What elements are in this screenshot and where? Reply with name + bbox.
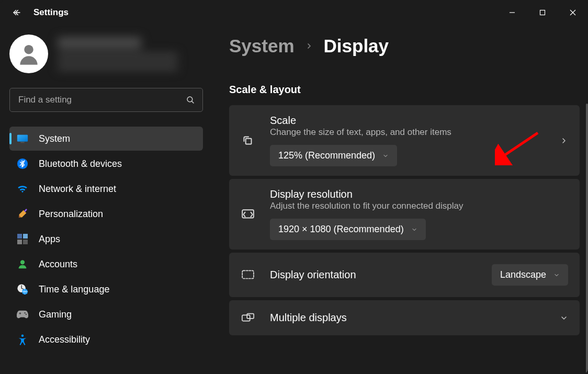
section-title: Scale & layout <box>229 84 580 96</box>
sidebar-item-time-language[interactable]: Time & language <box>9 277 203 301</box>
search-icon <box>186 95 195 105</box>
sidebar-item-label: Network & internet <box>39 184 116 195</box>
chevron-down-icon <box>382 153 389 159</box>
chevron-right-icon <box>305 42 313 50</box>
sidebar-item-label: Accessibility <box>39 334 90 345</box>
breadcrumb-parent[interactable]: System <box>229 36 295 56</box>
scale-value: 125% (Recommended) <box>278 150 375 161</box>
body: System Bluetooth & devices Network & int… <box>0 25 588 374</box>
search-input[interactable] <box>9 88 203 112</box>
sidebar-item-gaming[interactable]: Gaming <box>9 302 203 326</box>
close-button[interactable] <box>558 0 588 25</box>
svg-rect-15 <box>23 234 28 239</box>
breadcrumb: System Display <box>229 36 580 56</box>
sidebar-item-system[interactable]: System <box>9 127 203 151</box>
multiple-displays-body: Multiple displays <box>270 312 545 324</box>
resolution-card-body: Display resolution Adjust the resolution… <box>270 188 568 240</box>
window: Settings <box>0 0 588 374</box>
scale-card[interactable]: Scale Change the size of text, apps, and… <box>229 105 580 176</box>
chevron-down-icon <box>411 226 417 233</box>
svg-rect-11 <box>20 142 24 143</box>
sidebar-item-accessibility[interactable]: Accessibility <box>9 327 203 352</box>
bluetooth-icon <box>17 158 28 169</box>
scale-title: Scale <box>270 115 545 127</box>
svg-rect-16 <box>17 240 22 244</box>
svg-line-8 <box>192 101 194 103</box>
svg-rect-28 <box>247 313 254 318</box>
sidebar-item-personalization[interactable]: Personalization <box>9 202 203 226</box>
svg-point-21 <box>24 312 25 313</box>
svg-rect-17 <box>23 240 28 244</box>
window-controls <box>497 0 588 25</box>
maximize-button[interactable] <box>527 0 558 25</box>
accessibility-icon <box>17 334 28 345</box>
svg-rect-27 <box>242 315 250 321</box>
resolution-dropdown[interactable]: 1920 × 1080 (Recommended) <box>270 219 426 240</box>
orientation-title: Display orientation <box>270 269 356 281</box>
main-content: System Display Scale & layout Scale Chan… <box>212 25 588 374</box>
minimize-button[interactable] <box>497 0 527 25</box>
orientation-body: Display orientation <box>270 269 477 281</box>
apps-icon <box>17 233 28 245</box>
svg-rect-14 <box>17 234 22 239</box>
sidebar-item-apps[interactable]: Apps <box>9 227 203 251</box>
orientation-card[interactable]: Display orientation Landscape <box>229 253 580 297</box>
scrollbar[interactable] <box>586 104 588 374</box>
titlebar: Settings <box>0 0 588 25</box>
paintbrush-icon <box>17 208 28 220</box>
orientation-dropdown[interactable]: Landscape <box>492 264 568 286</box>
clock-globe-icon <box>17 284 28 295</box>
sidebar-item-label: Apps <box>39 234 60 245</box>
resolution-value: 1920 × 1080 (Recommended) <box>278 224 404 235</box>
resolution-icon <box>241 209 255 220</box>
svg-point-23 <box>21 334 24 337</box>
scale-desc: Change the size of text, apps, and other… <box>270 127 545 138</box>
svg-point-22 <box>26 314 27 315</box>
resolution-title: Display resolution <box>270 188 568 200</box>
sidebar-item-label: Time & language <box>39 284 109 295</box>
resolution-desc: Adjust the resolution to fit your connec… <box>270 201 568 211</box>
sidebar-item-label: Bluetooth & devices <box>39 158 122 169</box>
svg-point-6 <box>24 45 33 54</box>
sidebar-item-label: Gaming <box>39 309 72 320</box>
svg-point-18 <box>20 260 25 264</box>
sidebar-item-network[interactable]: Network & internet <box>9 177 203 201</box>
sidebar-item-label: Personalization <box>39 209 103 220</box>
chevron-down-icon <box>553 272 560 278</box>
sidebar: System Bluetooth & devices Network & int… <box>0 25 212 374</box>
svg-rect-24 <box>246 138 252 144</box>
app-title: Settings <box>33 7 69 18</box>
svg-rect-26 <box>242 270 254 278</box>
search-field[interactable] <box>17 94 186 106</box>
monitor-icon <box>17 133 28 144</box>
titlebar-left: Settings <box>12 7 69 18</box>
svg-point-12 <box>17 158 28 169</box>
multiple-displays-title: Multiple displays <box>270 312 347 324</box>
wifi-icon <box>17 183 28 195</box>
scale-icon <box>241 134 255 148</box>
sidebar-item-label: Accounts <box>39 259 77 270</box>
scale-dropdown[interactable]: 125% (Recommended) <box>270 145 397 166</box>
sidebar-item-bluetooth[interactable]: Bluetooth & devices <box>9 152 203 176</box>
avatar <box>9 35 48 73</box>
sidebar-item-label: System <box>39 133 70 144</box>
orientation-value: Landscape <box>500 269 546 280</box>
chevron-down-icon <box>560 314 568 322</box>
resolution-card[interactable]: Display resolution Adjust the resolution… <box>229 179 580 250</box>
breadcrumb-current: Display <box>324 36 389 56</box>
gamepad-icon <box>17 309 28 320</box>
person-icon <box>17 258 28 270</box>
sidebar-nav: System Bluetooth & devices Network & int… <box>9 127 203 352</box>
sidebar-item-accounts[interactable]: Accounts <box>9 252 203 276</box>
user-block[interactable] <box>9 25 203 88</box>
back-button[interactable] <box>12 7 22 18</box>
scale-card-body: Scale Change the size of text, apps, and… <box>270 115 545 166</box>
chevron-right-icon <box>560 137 568 145</box>
orientation-icon <box>241 269 255 281</box>
svg-rect-3 <box>540 10 545 15</box>
user-info-redacted <box>58 37 203 71</box>
multiple-displays-card[interactable]: Multiple displays <box>229 300 580 335</box>
multiple-displays-icon <box>241 312 255 324</box>
svg-rect-10 <box>17 135 28 142</box>
